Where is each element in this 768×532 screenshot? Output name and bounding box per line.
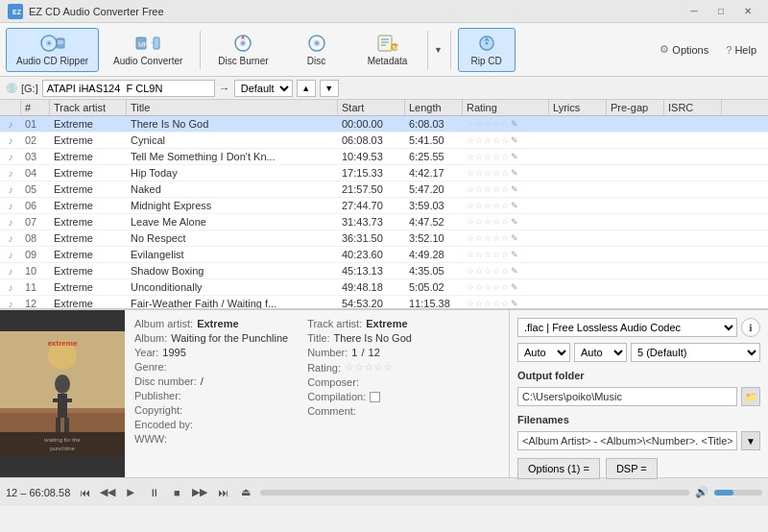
disc-burner-button[interactable]: Disc Burner: [207, 28, 278, 72]
filenames-browse-button[interactable]: ▼: [741, 431, 760, 450]
ffwd-button[interactable]: ▶▶: [191, 484, 208, 501]
disc-button[interactable]: Disc: [283, 28, 350, 72]
table-row[interactable]: ♪ 05 Extreme Naked 21:57.50 5:47.20 ☆☆☆☆…: [0, 181, 768, 198]
header-pregap[interactable]: Pre-gap: [607, 100, 664, 115]
output-folder-input[interactable]: [517, 387, 737, 406]
track-title: Tell Me Something I Don't Kn...: [127, 149, 338, 164]
track-rating[interactable]: ☆☆☆☆☆ ✎: [463, 181, 549, 197]
header-icon[interactable]: [0, 100, 21, 115]
track-num: 01: [21, 116, 50, 132]
header-num[interactable]: #: [21, 100, 50, 115]
header-title[interactable]: Title: [127, 100, 338, 115]
track-rating[interactable]: ☆☆☆☆☆ ✎: [463, 296, 549, 309]
output-folder-browse-button[interactable]: 📁: [741, 387, 760, 406]
table-row[interactable]: ♪ 11 Extreme Unconditionally 49:48.18 5:…: [0, 279, 768, 296]
track-rating[interactable]: ☆☆☆☆☆ ✎: [463, 133, 549, 148]
rip-cd-button[interactable]: Rip CD: [458, 28, 516, 72]
dsp-btn[interactable]: DSP =: [606, 458, 658, 479]
auto1-select[interactable]: Auto: [517, 343, 570, 362]
track-rating[interactable]: ☆☆☆☆☆ ✎: [463, 279, 549, 295]
header-rating[interactable]: Rating: [463, 100, 549, 115]
metadata-label: Metadata: [368, 56, 408, 66]
audio-converter-button[interactable]: MP3 → Audio Converter: [103, 28, 193, 72]
track-pregap: [607, 296, 664, 309]
track-rating[interactable]: ☆☆☆☆☆ ✎: [463, 198, 549, 213]
codec-row: .flac | Free Lossless Audio Codec ℹ: [517, 318, 760, 337]
header-artist[interactable]: Track artist: [50, 100, 127, 115]
track-pregap: [607, 214, 664, 230]
profile-select[interactable]: Default: [234, 80, 293, 97]
svg-text:TAG: TAG: [392, 45, 401, 51]
track-length: 4:35.05: [405, 263, 463, 278]
meta-album-row: Album: Waiting for the Punchline: [134, 332, 288, 344]
track-rating[interactable]: ☆☆☆☆☆ ✎: [463, 165, 549, 181]
track-isrc: [664, 296, 722, 309]
track-rating[interactable]: ☆☆☆☆☆ ✎: [463, 149, 549, 164]
track-artist-value: Extreme: [366, 318, 407, 329]
album-artist-label: Album artist:: [134, 318, 193, 329]
table-row[interactable]: ♪ 06 Extreme Midnight Express 27:44.70 3…: [0, 198, 768, 214]
disc-burner-icon: [229, 33, 256, 54]
codec-info-button[interactable]: ℹ: [741, 318, 760, 337]
svg-point-14: [242, 42, 244, 44]
auto2-select[interactable]: Auto: [574, 343, 627, 362]
table-row[interactable]: ♪ 07 Extreme Leave Me Alone 31:43.73 4:4…: [0, 214, 768, 230]
meta-right-col: Track artist: Extreme Title: There Is No…: [307, 318, 412, 445]
track-num: 02: [21, 133, 50, 148]
codec-select[interactable]: .flac | Free Lossless Audio Codec: [517, 318, 737, 337]
track-length: 6:08.03: [405, 116, 463, 132]
minimize-button[interactable]: ─: [682, 4, 707, 19]
table-row[interactable]: ♪ 08 Extreme No Respect 36:31.50 3:52.10…: [0, 230, 768, 247]
track-rating[interactable]: ☆☆☆☆☆ ✎: [463, 263, 549, 278]
track-title: Fair-Weather Faith / Waiting f...: [127, 296, 338, 309]
track-list-container: # Track artist Title Start Length Rating…: [0, 100, 768, 309]
play-button[interactable]: ►: [122, 484, 139, 501]
rating-stars[interactable]: ☆☆☆☆☆: [345, 361, 393, 374]
drive-letter: [G:]: [21, 83, 38, 94]
audio-cd-ripper-button[interactable]: Audio CD Ripper: [6, 28, 99, 72]
track-rating[interactable]: ☆☆☆☆☆ ✎: [463, 247, 549, 262]
player-volume-bar[interactable]: [714, 490, 762, 496]
table-row[interactable]: ♪ 12 Extreme Fair-Weather Faith / Waitin…: [0, 296, 768, 309]
table-row[interactable]: ♪ 03 Extreme Tell Me Something I Don't K…: [0, 149, 768, 165]
header-isrc[interactable]: ISRC: [664, 100, 722, 115]
next-button[interactable]: ⏭: [214, 484, 231, 501]
track-start: 54:53.20: [338, 296, 405, 309]
track-rating[interactable]: ☆☆☆☆☆ ✎: [463, 116, 549, 132]
device-input[interactable]: [42, 80, 215, 97]
table-row[interactable]: ♪ 04 Extreme Hip Today 17:15.33 4:42.17 …: [0, 165, 768, 181]
track-artist: Extreme: [50, 214, 127, 230]
sort-desc-button[interactable]: ▼: [320, 80, 339, 97]
table-row[interactable]: ♪ 01 Extreme There Is No God 00:00.00 6:…: [0, 116, 768, 133]
close-button[interactable]: ✕: [735, 4, 760, 19]
options-button[interactable]: ⚙ Options: [654, 40, 714, 59]
table-row[interactable]: ♪ 10 Extreme Shadow Boxing 45:13.13 4:35…: [0, 263, 768, 279]
player-progress-bar[interactable]: [260, 490, 689, 496]
track-rating[interactable]: ☆☆☆☆☆ ✎: [463, 230, 549, 246]
metadata-icon: TAG: [374, 33, 401, 54]
stop-button[interactable]: ■: [168, 484, 185, 501]
eject-button[interactable]: ⏏: [237, 484, 254, 501]
maximize-button[interactable]: □: [708, 4, 733, 19]
filenames-input[interactable]: [517, 431, 737, 450]
quality-select[interactable]: 5 (Default): [631, 343, 760, 362]
track-rating[interactable]: ☆☆☆☆☆ ✎: [463, 214, 549, 230]
help-button[interactable]: ? Help: [720, 41, 762, 59]
pause-button[interactable]: ⏸: [145, 484, 162, 501]
track-pregap: [607, 133, 664, 148]
table-row[interactable]: ♪ 02 Extreme Cynical 06:08.03 5:41.50 ☆☆…: [0, 133, 768, 149]
rewind-button[interactable]: ◀◀: [99, 484, 116, 501]
header-start[interactable]: Start: [338, 100, 405, 115]
volume-icon[interactable]: 🔊: [695, 486, 708, 498]
toolbar-dropdown-arrow[interactable]: ▼: [434, 31, 444, 69]
window-controls: ─ □ ✕: [682, 4, 760, 19]
header-length[interactable]: Length: [405, 100, 463, 115]
track-music-icon: ♪: [0, 279, 21, 295]
sort-asc-button[interactable]: ▲: [297, 80, 316, 97]
prev-button[interactable]: ⏮: [76, 484, 93, 501]
options-btn[interactable]: Options (1) =: [517, 458, 600, 479]
metadata-button[interactable]: TAG Metadata: [354, 28, 421, 72]
header-lyrics[interactable]: Lyrics: [549, 100, 607, 115]
compilation-checkbox[interactable]: [370, 392, 380, 402]
table-row[interactable]: ♪ 09 Extreme Evilangelist 40:23.60 4:49.…: [0, 247, 768, 263]
